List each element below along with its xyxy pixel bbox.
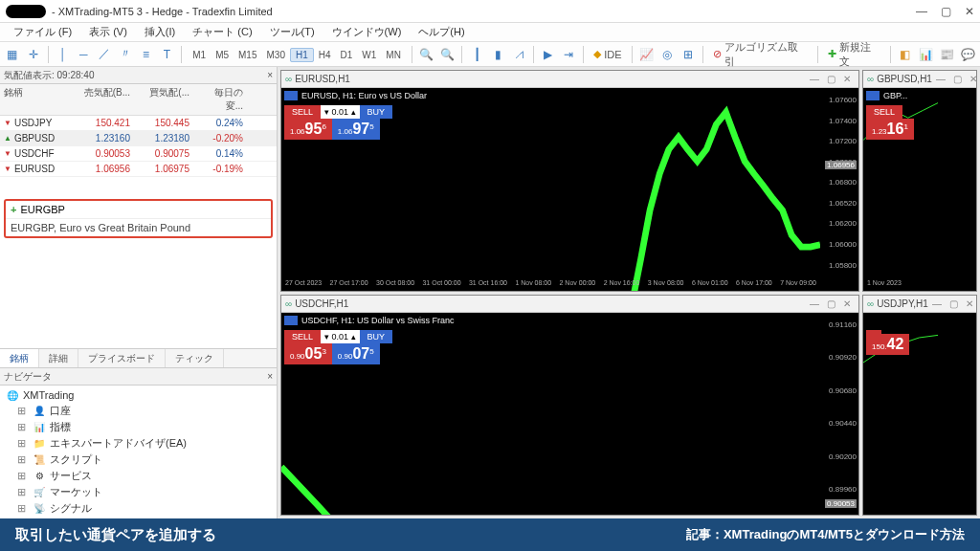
chart-max-icon[interactable]: ▢ xyxy=(946,298,962,309)
sell-price[interactable]: 1.06956 xyxy=(284,119,332,140)
ide-button[interactable]: ◆IDE xyxy=(590,48,625,60)
maximize-button[interactable]: ▢ xyxy=(941,5,951,18)
chart-window[interactable]: ∞EURUSD,H1―▢✕ EURUSD, H1: Euro vs US Dol… xyxy=(280,70,859,292)
timeframe-button[interactable]: H1 xyxy=(290,48,314,62)
navigator-item[interactable]: ⊞📊指標 xyxy=(6,419,271,435)
menu-item[interactable]: チャート (C) xyxy=(185,23,259,41)
quote-row[interactable]: ▼USDCHF0.900530.900750.14% xyxy=(0,146,277,162)
marketwatch-tab[interactable]: 銘柄 xyxy=(0,349,39,367)
chart-close-icon[interactable]: ✕ xyxy=(966,74,980,84)
navigator-close-icon[interactable]: × xyxy=(267,371,273,382)
timeframe-button[interactable]: W1 xyxy=(357,49,381,61)
grid-icon[interactable]: ▦ xyxy=(4,46,21,63)
zoomin-icon[interactable]: 🔍 xyxy=(418,46,435,63)
navigator-item[interactable]: ⊞📜スクリプト xyxy=(6,452,271,468)
neworder-button[interactable]: ✚新規注文 xyxy=(824,40,884,69)
minimize-button[interactable]: ― xyxy=(916,5,927,18)
window-title: - XMTrading-MT5 3 - Hedge - Tradexfin Li… xyxy=(52,6,916,17)
timeframe-button[interactable]: D1 xyxy=(336,49,358,61)
vline-icon[interactable]: │ xyxy=(55,46,72,63)
crosshair-icon[interactable]: ✛ xyxy=(25,46,42,63)
col-ask[interactable]: 買気配(... xyxy=(134,84,193,115)
navigator-item[interactable]: ⊞🛒マーケット xyxy=(6,484,271,500)
candle-chart-icon[interactable]: ▮ xyxy=(489,46,506,63)
chart-window[interactable]: ∞GBPUSD,H1―▢✕ GBP... SELL 1.23161 1 Nov … xyxy=(862,70,977,292)
text-icon[interactable]: T xyxy=(158,46,175,63)
menu-item[interactable]: ヘルプ(H) xyxy=(411,23,472,41)
hline-icon[interactable]: ─ xyxy=(75,46,92,63)
trendline-icon[interactable]: ／ xyxy=(96,46,113,63)
quote-row[interactable]: ▲GBPUSD1.231601.23180-0.20% xyxy=(0,131,277,146)
lot-input[interactable]: ▾ 0.01 ▴ xyxy=(321,330,360,343)
algotrade-button[interactable]: ⊘アルゴリズム取引 xyxy=(709,40,812,69)
timeframe-button[interactable]: M5 xyxy=(211,49,234,61)
navigator-item[interactable]: ⊞⚙サービス xyxy=(6,468,271,484)
menu-item[interactable]: ファイル (F) xyxy=(6,23,79,41)
chart-min-icon[interactable]: ― xyxy=(806,74,823,84)
shift-icon[interactable]: ⇥ xyxy=(561,46,578,63)
bar-chart-icon[interactable]: ┃ xyxy=(468,46,485,63)
quote-row[interactable]: ▼EURUSD1.069561.06975-0.19% xyxy=(0,162,277,177)
close-button[interactable]: ✕ xyxy=(965,5,974,18)
chart-max-icon[interactable]: ▢ xyxy=(823,298,839,309)
chart-min-icon[interactable]: ― xyxy=(806,298,823,309)
chart-window[interactable]: ∞USDJPY,H1―▢✕ 150.42 xyxy=(862,295,977,517)
channel-icon[interactable]: 〃 xyxy=(117,46,134,63)
chart-max-icon[interactable]: ▢ xyxy=(949,74,966,84)
navigator-item[interactable]: ⊞📁エキスパートアドバイザ(EA) xyxy=(6,435,271,452)
col-symbol[interactable]: 銘柄 xyxy=(0,84,75,115)
col-bid[interactable]: 売気配(B... xyxy=(75,84,134,115)
col-change[interactable]: 毎日の変... xyxy=(193,84,247,115)
timeframe-button[interactable]: H4 xyxy=(314,49,336,61)
news-icon[interactable]: 📰 xyxy=(939,46,956,63)
chart-max-icon[interactable]: ▢ xyxy=(823,74,839,84)
timeframe-button[interactable]: M30 xyxy=(261,49,289,61)
menu-item[interactable]: ツール(T) xyxy=(262,23,323,41)
symbol-search-input[interactable] xyxy=(20,204,266,215)
buy-button[interactable]: BUY xyxy=(360,330,393,343)
line-chart-icon[interactable]: ⩘ xyxy=(510,46,527,63)
marketwatch-tab[interactable]: プライスボード xyxy=(78,349,166,367)
toolbox-icon[interactable]: ◧ xyxy=(897,46,914,63)
fib-icon[interactable]: ≡ xyxy=(138,46,155,63)
template-icon[interactable]: ◎ xyxy=(658,46,676,63)
sell-button[interactable]: SELL xyxy=(284,105,321,119)
strategy-icon[interactable]: 📊 xyxy=(918,46,935,63)
lot-input[interactable]: ▾ 0.01 ▴ xyxy=(321,105,360,119)
sell-button[interactable]: SELL xyxy=(866,105,902,119)
navigator-item[interactable]: ⊞📡シグナル xyxy=(6,500,271,517)
sell-price[interactable]: 150.42 xyxy=(866,334,909,355)
marketwatch-tab[interactable]: ティック xyxy=(166,349,224,367)
autoscroll-icon[interactable]: ▶ xyxy=(540,46,557,63)
chat-icon[interactable]: 💬 xyxy=(959,46,976,63)
buy-button[interactable]: BUY xyxy=(360,105,393,119)
marketwatch-tab[interactable]: 詳細 xyxy=(39,349,78,367)
chart-min-icon[interactable]: ― xyxy=(932,74,949,84)
timeframe-button[interactable]: M15 xyxy=(234,49,261,61)
timeframe-button[interactable]: M1 xyxy=(188,49,211,61)
chart-close-icon[interactable]: ✕ xyxy=(839,298,855,309)
y-tick: 1.07600 xyxy=(818,96,857,104)
buy-price[interactable]: 0.90075 xyxy=(332,343,380,364)
indicator-icon[interactable]: 📈 xyxy=(638,46,656,63)
sell-price[interactable]: 1.23161 xyxy=(866,119,914,140)
zoomout-icon[interactable]: 🔍 xyxy=(439,46,457,63)
navigator-item[interactable]: ⊞👤口座 xyxy=(6,403,271,419)
chart-close-icon[interactable]: ✕ xyxy=(839,74,855,84)
sell-price[interactable]: 0.90053 xyxy=(284,343,332,364)
chart-min-icon[interactable]: ― xyxy=(928,298,946,309)
marketwatch-close-icon[interactable]: × xyxy=(267,70,273,80)
menu-item[interactable]: 表示 (V) xyxy=(81,23,135,41)
timeframe-button[interactable]: MN xyxy=(381,49,406,61)
navigator-root[interactable]: 🌐 XMTrading xyxy=(6,387,271,403)
expert-icon[interactable]: ⊞ xyxy=(679,46,697,63)
search-result-item[interactable]: EURGBP, Euro vs Great Britain Pound xyxy=(6,219,271,236)
sell-button[interactable]: SELL xyxy=(284,330,321,343)
buy-price[interactable]: 1.06975 xyxy=(332,119,380,140)
chart-close-icon[interactable]: ✕ xyxy=(962,298,977,309)
x-tick: 6 Nov 01:00 xyxy=(692,279,728,291)
quote-row[interactable]: ▼USDJPY150.421150.4450.24% xyxy=(0,116,277,131)
menu-item[interactable]: ウインドウ(W) xyxy=(324,23,410,41)
menu-item[interactable]: 挿入(I) xyxy=(137,23,183,41)
chart-window[interactable]: ∞USDCHF,H1―▢✕ USDCHF, H1: US Dollar vs S… xyxy=(280,295,859,517)
